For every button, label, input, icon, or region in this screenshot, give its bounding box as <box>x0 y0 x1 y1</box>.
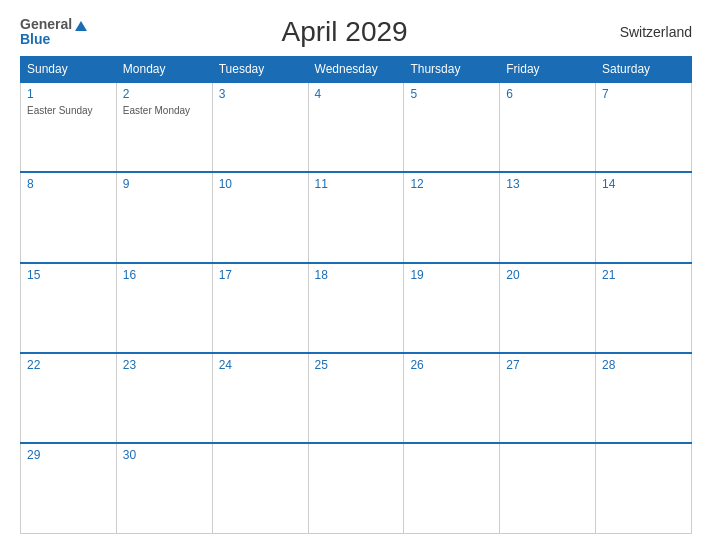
calendar-cell: 2Easter Monday <box>116 82 212 172</box>
calendar-week-5: 2930 <box>21 443 692 533</box>
calendar-table: Sunday Monday Tuesday Wednesday Thursday… <box>20 56 692 534</box>
calendar-cell: 16 <box>116 263 212 353</box>
calendar-cell <box>500 443 596 533</box>
day-number: 28 <box>602 358 685 372</box>
day-number: 19 <box>410 268 493 282</box>
day-number: 26 <box>410 358 493 372</box>
calendar-cell: 20 <box>500 263 596 353</box>
calendar-cell: 4 <box>308 82 404 172</box>
calendar-cell: 6 <box>500 82 596 172</box>
day-number: 13 <box>506 177 589 191</box>
calendar-cell: 1Easter Sunday <box>21 82 117 172</box>
calendar-cell: 22 <box>21 353 117 443</box>
col-wednesday: Wednesday <box>308 57 404 83</box>
calendar-cell: 12 <box>404 172 500 262</box>
calendar-cell: 30 <box>116 443 212 533</box>
calendar-cell: 27 <box>500 353 596 443</box>
calendar-cell: 26 <box>404 353 500 443</box>
day-number: 11 <box>315 177 398 191</box>
day-number: 24 <box>219 358 302 372</box>
calendar-cell: 18 <box>308 263 404 353</box>
page-title: April 2029 <box>87 16 602 48</box>
calendar-cell: 28 <box>596 353 692 443</box>
day-number: 22 <box>27 358 110 372</box>
calendar-cell <box>404 443 500 533</box>
calendar-cell: 24 <box>212 353 308 443</box>
day-number: 10 <box>219 177 302 191</box>
calendar-cell: 7 <box>596 82 692 172</box>
calendar-cell: 21 <box>596 263 692 353</box>
day-number: 17 <box>219 268 302 282</box>
col-sunday: Sunday <box>21 57 117 83</box>
day-number: 12 <box>410 177 493 191</box>
calendar-header-row: Sunday Monday Tuesday Wednesday Thursday… <box>21 57 692 83</box>
calendar-week-2: 891011121314 <box>21 172 692 262</box>
logo-triangle-icon <box>75 21 87 31</box>
calendar-cell: 17 <box>212 263 308 353</box>
calendar-cell: 19 <box>404 263 500 353</box>
calendar-week-3: 15161718192021 <box>21 263 692 353</box>
country-label: Switzerland <box>602 24 692 40</box>
calendar-cell: 9 <box>116 172 212 262</box>
day-number: 29 <box>27 448 110 462</box>
logo-general-text: General <box>20 17 72 31</box>
logo-blue-text: Blue <box>20 31 50 47</box>
holiday-label: Easter Sunday <box>27 105 93 116</box>
day-number: 3 <box>219 87 302 101</box>
day-number: 27 <box>506 358 589 372</box>
calendar-week-4: 22232425262728 <box>21 353 692 443</box>
day-number: 23 <box>123 358 206 372</box>
day-number: 18 <box>315 268 398 282</box>
day-number: 30 <box>123 448 206 462</box>
day-number: 15 <box>27 268 110 282</box>
header: General Blue April 2029 Switzerland <box>20 16 692 48</box>
col-saturday: Saturday <box>596 57 692 83</box>
calendar-cell <box>308 443 404 533</box>
col-monday: Monday <box>116 57 212 83</box>
day-number: 5 <box>410 87 493 101</box>
day-number: 4 <box>315 87 398 101</box>
day-number: 6 <box>506 87 589 101</box>
logo: General Blue <box>20 17 87 47</box>
day-number: 7 <box>602 87 685 101</box>
col-tuesday: Tuesday <box>212 57 308 83</box>
col-thursday: Thursday <box>404 57 500 83</box>
calendar-cell: 14 <box>596 172 692 262</box>
day-number: 9 <box>123 177 206 191</box>
calendar-cell: 25 <box>308 353 404 443</box>
day-number: 8 <box>27 177 110 191</box>
calendar-cell <box>596 443 692 533</box>
holiday-label: Easter Monday <box>123 105 190 116</box>
calendar-week-1: 1Easter Sunday2Easter Monday34567 <box>21 82 692 172</box>
day-number: 20 <box>506 268 589 282</box>
calendar-cell: 11 <box>308 172 404 262</box>
page: General Blue April 2029 Switzerland Sund… <box>0 0 712 550</box>
calendar-cell <box>212 443 308 533</box>
col-friday: Friday <box>500 57 596 83</box>
day-number: 1 <box>27 87 110 101</box>
calendar-cell: 23 <box>116 353 212 443</box>
calendar-cell: 15 <box>21 263 117 353</box>
calendar-cell: 13 <box>500 172 596 262</box>
calendar-cell: 5 <box>404 82 500 172</box>
calendar-cell: 3 <box>212 82 308 172</box>
calendar-cell: 29 <box>21 443 117 533</box>
day-number: 14 <box>602 177 685 191</box>
day-number: 25 <box>315 358 398 372</box>
day-number: 2 <box>123 87 206 101</box>
day-number: 16 <box>123 268 206 282</box>
calendar-cell: 10 <box>212 172 308 262</box>
calendar-cell: 8 <box>21 172 117 262</box>
day-number: 21 <box>602 268 685 282</box>
